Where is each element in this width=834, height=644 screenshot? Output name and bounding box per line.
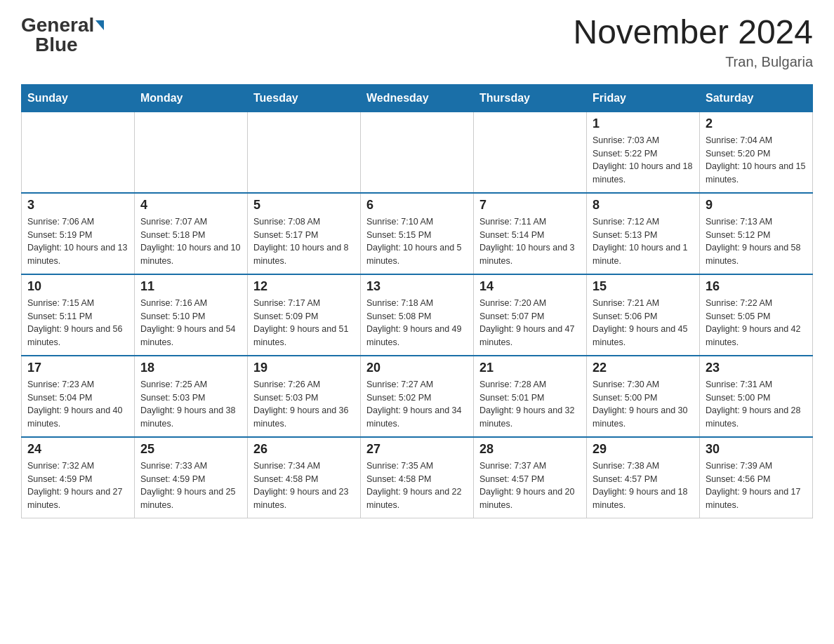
day-number: 20	[366, 361, 468, 375]
day-number: 13	[366, 279, 468, 294]
col-thursday: Thursday	[474, 84, 587, 112]
day-number: 16	[706, 279, 807, 294]
day-cell: 23Sunrise: 7:31 AMSunset: 5:00 PMDayligh…	[700, 356, 813, 437]
day-cell: 25Sunrise: 7:33 AMSunset: 4:59 PMDayligh…	[135, 437, 248, 518]
day-number: 7	[479, 198, 581, 213]
day-cell	[22, 112, 135, 193]
day-info: Sunrise: 7:27 AMSunset: 5:02 PMDaylight:…	[366, 378, 468, 431]
calendar-table: Sunday Monday Tuesday Wednesday Thursday…	[21, 84, 813, 518]
day-cell: 11Sunrise: 7:16 AMSunset: 5:10 PMDayligh…	[135, 274, 248, 356]
title-section: November 2024 Tran, Bulgaria	[573, 14, 813, 70]
col-tuesday: Tuesday	[248, 84, 361, 112]
day-cell	[248, 112, 361, 193]
day-cell: 13Sunrise: 7:18 AMSunset: 5:08 PMDayligh…	[361, 274, 474, 356]
day-cell: 29Sunrise: 7:38 AMSunset: 4:57 PMDayligh…	[587, 437, 700, 518]
day-number: 2	[706, 116, 807, 131]
day-info: Sunrise: 7:30 AMSunset: 5:00 PMDaylight:…	[593, 378, 694, 431]
day-cell: 19Sunrise: 7:26 AMSunset: 5:03 PMDayligh…	[248, 356, 361, 437]
day-info: Sunrise: 7:06 AMSunset: 5:19 PMDaylight:…	[27, 215, 128, 268]
day-number: 26	[253, 442, 355, 457]
day-info: Sunrise: 7:28 AMSunset: 5:01 PMDaylight:…	[479, 378, 581, 431]
day-number: 29	[593, 442, 694, 457]
day-cell: 28Sunrise: 7:37 AMSunset: 4:57 PMDayligh…	[474, 437, 587, 518]
day-number: 27	[366, 442, 468, 457]
week-row-3: 10Sunrise: 7:15 AMSunset: 5:11 PMDayligh…	[22, 274, 813, 356]
days-header-row: Sunday Monday Tuesday Wednesday Thursday…	[22, 84, 813, 112]
col-wednesday: Wednesday	[361, 84, 474, 112]
day-cell: 16Sunrise: 7:22 AMSunset: 5:05 PMDayligh…	[700, 274, 813, 356]
day-number: 14	[479, 279, 581, 294]
day-cell: 21Sunrise: 7:28 AMSunset: 5:01 PMDayligh…	[474, 356, 587, 437]
day-info: Sunrise: 7:31 AMSunset: 5:00 PMDaylight:…	[706, 378, 807, 431]
day-info: Sunrise: 7:04 AMSunset: 5:20 PMDaylight:…	[706, 134, 807, 187]
day-cell: 1Sunrise: 7:03 AMSunset: 5:22 PMDaylight…	[587, 112, 700, 193]
day-cell	[474, 112, 587, 193]
location-text: Tran, Bulgaria	[573, 54, 813, 70]
day-number: 1	[593, 116, 694, 131]
day-cell: 15Sunrise: 7:21 AMSunset: 5:06 PMDayligh…	[587, 274, 700, 356]
day-cell: 18Sunrise: 7:25 AMSunset: 5:03 PMDayligh…	[135, 356, 248, 437]
day-info: Sunrise: 7:08 AMSunset: 5:17 PMDaylight:…	[253, 215, 355, 268]
day-cell: 14Sunrise: 7:20 AMSunset: 5:07 PMDayligh…	[474, 274, 587, 356]
logo: General Blue	[21, 14, 104, 56]
day-number: 22	[593, 361, 694, 375]
day-info: Sunrise: 7:33 AMSunset: 4:59 PMDaylight:…	[140, 459, 241, 512]
col-friday: Friday	[587, 84, 700, 112]
week-row-5: 24Sunrise: 7:32 AMSunset: 4:59 PMDayligh…	[22, 437, 813, 518]
day-info: Sunrise: 7:18 AMSunset: 5:08 PMDaylight:…	[366, 297, 468, 349]
day-info: Sunrise: 7:37 AMSunset: 4:57 PMDaylight:…	[479, 459, 581, 512]
day-number: 4	[140, 198, 241, 213]
day-info: Sunrise: 7:23 AMSunset: 5:04 PMDaylight:…	[27, 378, 128, 431]
col-monday: Monday	[135, 84, 248, 112]
week-row-4: 17Sunrise: 7:23 AMSunset: 5:04 PMDayligh…	[22, 356, 813, 437]
day-info: Sunrise: 7:13 AMSunset: 5:12 PMDaylight:…	[706, 215, 807, 268]
day-number: 24	[27, 442, 128, 457]
day-info: Sunrise: 7:21 AMSunset: 5:06 PMDaylight:…	[593, 297, 694, 349]
col-sunday: Sunday	[22, 84, 135, 112]
day-cell: 10Sunrise: 7:15 AMSunset: 5:11 PMDayligh…	[22, 274, 135, 356]
day-number: 6	[366, 198, 468, 213]
day-info: Sunrise: 7:25 AMSunset: 5:03 PMDaylight:…	[140, 378, 241, 431]
day-info: Sunrise: 7:11 AMSunset: 5:14 PMDaylight:…	[479, 215, 581, 268]
day-info: Sunrise: 7:32 AMSunset: 4:59 PMDaylight:…	[27, 459, 128, 512]
day-cell: 26Sunrise: 7:34 AMSunset: 4:58 PMDayligh…	[248, 437, 361, 518]
day-number: 10	[27, 279, 128, 294]
week-row-2: 3Sunrise: 7:06 AMSunset: 5:19 PMDaylight…	[22, 193, 813, 274]
month-title: November 2024	[573, 14, 813, 51]
day-cell	[361, 112, 474, 193]
day-number: 12	[253, 279, 355, 294]
day-cell: 30Sunrise: 7:39 AMSunset: 4:56 PMDayligh…	[700, 437, 813, 518]
day-info: Sunrise: 7:39 AMSunset: 4:56 PMDaylight:…	[706, 459, 807, 512]
day-info: Sunrise: 7:35 AMSunset: 4:58 PMDaylight:…	[366, 459, 468, 512]
day-number: 23	[706, 361, 807, 375]
day-cell: 9Sunrise: 7:13 AMSunset: 5:12 PMDaylight…	[700, 193, 813, 274]
day-info: Sunrise: 7:12 AMSunset: 5:13 PMDaylight:…	[593, 215, 694, 268]
day-cell: 6Sunrise: 7:10 AMSunset: 5:15 PMDaylight…	[361, 193, 474, 274]
day-number: 9	[706, 198, 807, 213]
day-number: 17	[27, 361, 128, 375]
day-info: Sunrise: 7:26 AMSunset: 5:03 PMDaylight:…	[253, 378, 355, 431]
day-info: Sunrise: 7:03 AMSunset: 5:22 PMDaylight:…	[593, 134, 694, 187]
day-cell: 17Sunrise: 7:23 AMSunset: 5:04 PMDayligh…	[22, 356, 135, 437]
day-number: 5	[253, 198, 355, 213]
page-header: General Blue November 2024 Tran, Bulgari…	[21, 14, 813, 70]
day-cell: 8Sunrise: 7:12 AMSunset: 5:13 PMDaylight…	[587, 193, 700, 274]
day-cell: 24Sunrise: 7:32 AMSunset: 4:59 PMDayligh…	[22, 437, 135, 518]
day-cell	[135, 112, 248, 193]
day-number: 18	[140, 361, 241, 375]
day-info: Sunrise: 7:20 AMSunset: 5:07 PMDaylight:…	[479, 297, 581, 349]
day-number: 19	[253, 361, 355, 375]
day-number: 15	[593, 279, 694, 294]
logo-arrow-icon	[95, 20, 104, 30]
day-cell: 20Sunrise: 7:27 AMSunset: 5:02 PMDayligh…	[361, 356, 474, 437]
day-cell: 3Sunrise: 7:06 AMSunset: 5:19 PMDaylight…	[22, 193, 135, 274]
day-cell: 5Sunrise: 7:08 AMSunset: 5:17 PMDaylight…	[248, 193, 361, 274]
day-cell: 12Sunrise: 7:17 AMSunset: 5:09 PMDayligh…	[248, 274, 361, 356]
day-cell: 4Sunrise: 7:07 AMSunset: 5:18 PMDaylight…	[135, 193, 248, 274]
day-info: Sunrise: 7:10 AMSunset: 5:15 PMDaylight:…	[366, 215, 468, 268]
day-cell: 7Sunrise: 7:11 AMSunset: 5:14 PMDaylight…	[474, 193, 587, 274]
day-number: 3	[27, 198, 128, 213]
day-info: Sunrise: 7:38 AMSunset: 4:57 PMDaylight:…	[593, 459, 694, 512]
logo-blue-text: Blue	[35, 34, 78, 56]
col-saturday: Saturday	[700, 84, 813, 112]
